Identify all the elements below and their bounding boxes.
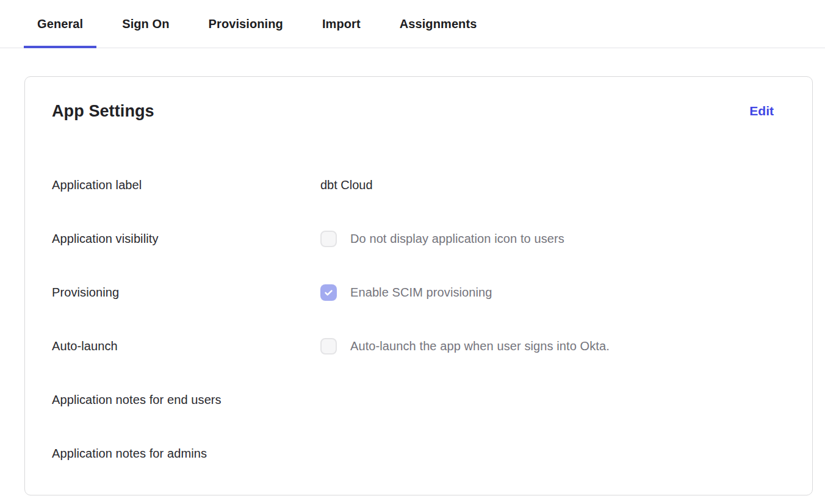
visibility-checkbox[interactable] xyxy=(320,231,337,247)
tab-general[interactable]: General xyxy=(24,0,96,48)
tab-provisioning[interactable]: Provisioning xyxy=(195,0,297,48)
field-label: Application visibility xyxy=(52,232,320,246)
field-label: Auto-launch xyxy=(52,339,320,353)
row-notes-end-users: Application notes for end users xyxy=(52,392,785,408)
tab-assignments[interactable]: Assignments xyxy=(386,0,491,48)
visibility-check-group: Do not display application icon to users xyxy=(320,231,564,247)
row-provisioning: Provisioning Enable SCIM provisioning xyxy=(52,284,785,301)
auto-launch-checkbox-label: Auto-launch the app when user signs into… xyxy=(350,339,610,353)
row-application-label: Application label dbt Cloud xyxy=(52,177,785,193)
checkmark-icon xyxy=(323,287,334,298)
card-title: App Settings xyxy=(52,102,154,121)
auto-launch-checkbox[interactable] xyxy=(320,338,337,355)
provisioning-check-group: Enable SCIM provisioning xyxy=(320,284,492,301)
settings-rows: Application label dbt Cloud Application … xyxy=(52,177,785,462)
application-label-value: dbt Cloud xyxy=(320,178,373,192)
scim-provisioning-checkbox-label: Enable SCIM provisioning xyxy=(350,286,492,300)
field-label: Provisioning xyxy=(52,286,320,300)
edit-button[interactable]: Edit xyxy=(749,104,774,118)
app-tab-bar: General Sign On Provisioning Import Assi… xyxy=(0,0,825,48)
tab-sign-on[interactable]: Sign On xyxy=(109,0,182,48)
visibility-checkbox-label: Do not display application icon to users xyxy=(350,232,564,246)
scim-provisioning-checkbox[interactable] xyxy=(320,284,337,301)
row-notes-admins: Application notes for admins xyxy=(52,445,785,462)
app-settings-card: App Settings Edit Application label dbt … xyxy=(24,76,813,495)
field-label: Application label xyxy=(52,178,320,192)
field-label: Application notes for end users xyxy=(52,393,320,407)
card-header: App Settings Edit xyxy=(52,100,785,122)
auto-launch-check-group: Auto-launch the app when user signs into… xyxy=(320,338,610,355)
field-label: Application notes for admins xyxy=(52,447,320,461)
row-auto-launch: Auto-launch Auto-launch the app when use… xyxy=(52,338,785,355)
row-application-visibility: Application visibility Do not display ap… xyxy=(52,231,785,247)
tab-import[interactable]: Import xyxy=(309,0,374,48)
